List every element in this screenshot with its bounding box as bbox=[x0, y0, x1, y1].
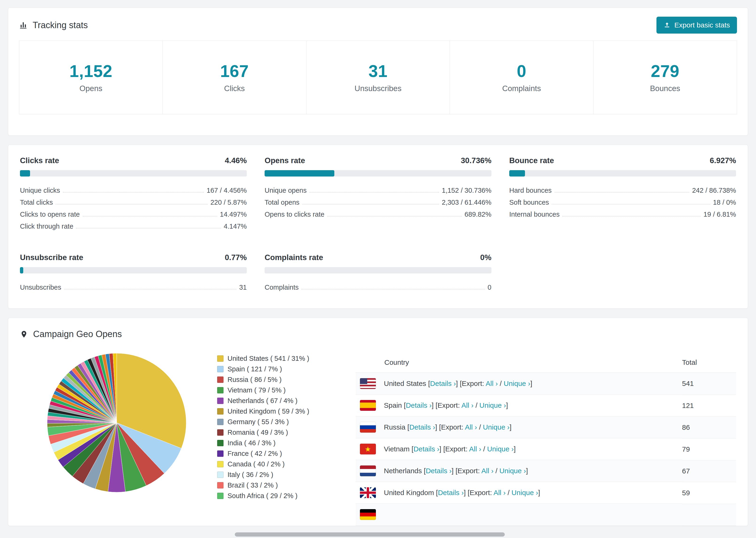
export-basic-stats-button[interactable]: Export basic stats bbox=[657, 17, 737, 33]
rate-row: Hard bounces242 / 86.738% bbox=[509, 183, 736, 195]
country-name: Netherlands [ bbox=[384, 467, 426, 475]
rate-title: Clicks rate bbox=[20, 156, 59, 165]
export-all-link[interactable]: All › bbox=[481, 467, 494, 475]
export-icon bbox=[664, 22, 671, 28]
stat-label: Opens bbox=[19, 84, 162, 93]
country-name: Russia [ bbox=[384, 423, 409, 431]
progress-bar bbox=[509, 170, 736, 177]
rate-row-value: 689.82% bbox=[465, 211, 492, 218]
slash-separator: / bbox=[506, 489, 512, 497]
rate-row-label: Opens to clicks rate bbox=[265, 211, 324, 218]
legend-label: India ( 46 / 3% ) bbox=[228, 439, 276, 447]
geo-table-row-spain: Spain [Details ›] [Export: All › / Uniqu… bbox=[356, 395, 736, 416]
geo-table-header-total: Total bbox=[682, 352, 736, 373]
rate-row-value: 19 / 6.81% bbox=[703, 211, 736, 218]
legend-swatch bbox=[217, 451, 224, 457]
total-cell: 86 bbox=[682, 416, 736, 438]
rate-row-label: Unsubscribes bbox=[20, 284, 61, 291]
rate-row: Complaints0 bbox=[265, 280, 491, 292]
legend-label: South Africa ( 29 / 2% ) bbox=[228, 492, 297, 500]
details-link[interactable]: Details › bbox=[406, 402, 432, 409]
tracking-stats-card: Tracking stats Export basic stats 1,152O… bbox=[8, 8, 748, 136]
export-label: ] [Export: bbox=[435, 423, 465, 431]
details-link[interactable]: Details › bbox=[430, 380, 456, 387]
export-unique-link[interactable]: Unique › bbox=[499, 467, 526, 475]
flag-us-icon bbox=[360, 378, 376, 389]
progress-bar-fill bbox=[20, 170, 30, 177]
legend-label: United Kingdom ( 59 / 3% ) bbox=[228, 407, 309, 415]
export-all-link[interactable]: All › bbox=[494, 489, 506, 497]
legend-swatch bbox=[217, 419, 224, 425]
country-name: Vietnam [ bbox=[384, 445, 413, 453]
legend-label: Italy ( 36 / 2% ) bbox=[228, 471, 273, 479]
country-name: United Kingdom [ bbox=[384, 489, 438, 497]
legend-swatch bbox=[217, 482, 224, 488]
rate-title: Complaints rate bbox=[265, 253, 323, 262]
export-unique-link[interactable]: Unique › bbox=[504, 380, 530, 387]
rate-row-value: 1,152 / 30.736% bbox=[442, 187, 491, 194]
details-link[interactable]: Details › bbox=[438, 489, 464, 497]
country-cell bbox=[356, 504, 682, 525]
rate-panel-complaints: Complaints rate0%Complaints0 bbox=[265, 253, 491, 292]
legend-label: Canada ( 40 / 2% ) bbox=[228, 460, 285, 468]
dotted-leader bbox=[302, 204, 439, 204]
legend-label: Brazil ( 33 / 2% ) bbox=[228, 481, 278, 489]
stat-box-opens: 1,152Opens bbox=[19, 41, 163, 114]
legend-swatch bbox=[217, 398, 224, 404]
progress-bar-fill bbox=[509, 170, 525, 177]
export-unique-link[interactable]: Unique › bbox=[512, 489, 538, 497]
legend-swatch bbox=[217, 387, 224, 394]
legend-swatch bbox=[217, 440, 224, 446]
bar-chart-icon bbox=[19, 21, 27, 29]
bracket-close: ] bbox=[530, 380, 532, 387]
details-link[interactable]: Details › bbox=[426, 467, 452, 475]
stat-label: Complaints bbox=[450, 84, 593, 93]
geo-pie-chart bbox=[46, 352, 187, 493]
country-cell-text: Vietnam [Details ›] [Export: All › / Uni… bbox=[384, 445, 515, 453]
bracket-close: ] bbox=[526, 467, 528, 475]
campaign-geo-opens-title-text: Campaign Geo Opens bbox=[33, 329, 122, 339]
export-all-link[interactable]: All › bbox=[486, 380, 498, 387]
export-all-link[interactable]: All › bbox=[465, 423, 477, 431]
legend-item-germany: Germany ( 55 / 3% ) bbox=[217, 417, 320, 427]
export-all-link[interactable]: All › bbox=[461, 402, 473, 409]
export-unique-link[interactable]: Unique › bbox=[487, 445, 514, 453]
rate-row: Soft bounces18 / 0% bbox=[509, 195, 736, 207]
rate-row-label: Internal bounces bbox=[509, 211, 560, 218]
geo-legend: United States ( 541 / 31% )Spain ( 121 /… bbox=[217, 353, 320, 501]
progress-bar-fill bbox=[265, 170, 334, 177]
stats-summary-row: 1,152Opens167Clicks31Unsubscribes0Compla… bbox=[19, 41, 737, 114]
flag-vn-icon bbox=[360, 444, 376, 455]
rate-value: 6.927% bbox=[710, 156, 736, 165]
rate-row: Total opens2,303 / 61.446% bbox=[265, 195, 491, 207]
export-unique-link[interactable]: Unique › bbox=[479, 402, 506, 409]
rate-row-label: Hard bounces bbox=[509, 187, 552, 194]
legend-label: France ( 42 / 2% ) bbox=[228, 450, 282, 457]
country-cell-text: Netherlands [Details ›] [Export: All › /… bbox=[384, 467, 528, 475]
horizontal-scrollbar-thumb[interactable] bbox=[235, 532, 505, 537]
export-all-link[interactable]: All › bbox=[469, 445, 481, 453]
total-cell bbox=[682, 504, 736, 525]
geo-table-row-netherlands: Netherlands [Details ›] [Export: All › /… bbox=[356, 460, 736, 482]
dotted-leader bbox=[555, 192, 689, 192]
dotted-leader bbox=[562, 216, 701, 216]
tracking-stats-header: Tracking stats Export basic stats bbox=[19, 17, 737, 33]
rate-row-label: Click through rate bbox=[20, 223, 73, 230]
bracket-close: ] bbox=[514, 445, 515, 453]
details-link[interactable]: Details › bbox=[413, 445, 439, 453]
details-link[interactable]: Details › bbox=[409, 423, 435, 431]
rate-panel-opens: Opens rate30.736%Unique opens1,152 / 30.… bbox=[265, 156, 491, 231]
export-unique-link[interactable]: Unique › bbox=[483, 423, 510, 431]
rate-row-value: 0 bbox=[488, 284, 491, 291]
legend-swatch bbox=[217, 377, 224, 383]
stat-label: Clicks bbox=[163, 84, 306, 93]
flag-de-icon bbox=[360, 509, 376, 520]
tracking-stats-title-text: Tracking stats bbox=[33, 20, 88, 30]
total-cell: 121 bbox=[682, 395, 736, 416]
legend-item-united-states: United States ( 541 / 31% ) bbox=[217, 353, 320, 364]
legend-label: United States ( 541 / 31% ) bbox=[228, 355, 309, 362]
legend-item-india: India ( 46 / 3% ) bbox=[217, 438, 320, 448]
stat-box-bounces: 279Bounces bbox=[593, 41, 737, 114]
tracking-stats-title: Tracking stats bbox=[19, 20, 88, 30]
progress-bar bbox=[20, 267, 247, 273]
